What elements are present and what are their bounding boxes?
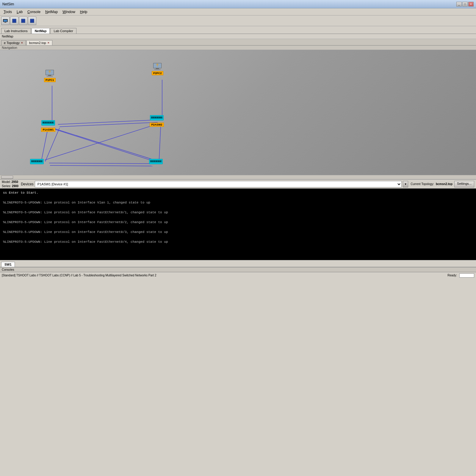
tab-lab-instructions[interactable]: Lab Instructions	[1, 28, 31, 34]
close-button[interactable]: ✕	[468, 2, 474, 7]
svg-rect-53	[160, 117, 162, 118]
netmap-tab-topology-close[interactable]: ✕	[21, 41, 23, 44]
settings-button[interactable]: Settings...	[454, 181, 474, 187]
svg-rect-5	[13, 18, 16, 19]
node-p1asw1-label: P1ASW1	[41, 128, 55, 132]
menu-window[interactable]: Window	[60, 9, 78, 15]
svg-rect-51	[157, 117, 158, 118]
node-sw4[interactable]	[149, 158, 163, 166]
toolbar-btn-1[interactable]	[1, 17, 10, 25]
toolbar-btn-4[interactable]	[28, 17, 36, 25]
svg-rect-70	[158, 161, 159, 162]
device-selector-arrow[interactable]: ▼	[403, 181, 408, 187]
svg-rect-49	[153, 117, 154, 118]
menu-bar: Tools Lab Console NetMap Window Help	[0, 8, 476, 15]
netmap-tab-topology[interactable]: e Topology ✕	[1, 40, 26, 45]
menu-help[interactable]: Help	[78, 9, 90, 15]
svg-point-28	[49, 71, 51, 73]
svg-rect-62	[40, 161, 42, 162]
console-line-4: %LINEPROTO-5-UPDOWN: Line protocol on In…	[3, 210, 473, 215]
svg-rect-44	[52, 122, 53, 123]
status-text: [Standard] TSHOOT Labs // TSHOOT Labs (C…	[2, 274, 447, 277]
svg-line-15	[60, 122, 158, 127]
svg-line-18	[42, 130, 48, 159]
svg-rect-42	[48, 122, 49, 123]
svg-rect-39	[43, 122, 44, 123]
svg-rect-33	[154, 69, 161, 70]
status-right: Ready:	[447, 273, 474, 278]
console-line-10: %LINEPROTO-5-UPDOWN: Line protocol on In…	[3, 239, 473, 245]
svg-rect-40	[45, 122, 46, 123]
scroll-thumb[interactable]	[1, 176, 13, 179]
all-consoles-row: Consoles	[0, 267, 476, 272]
node-p2asw2[interactable]: P2ASW2	[150, 114, 164, 127]
netmap-tab-bcmsn2-close[interactable]: ✕	[47, 41, 50, 44]
console-line-6: %LINEPROTO-5-UPDOWN: Line protocol on In…	[3, 220, 473, 225]
svg-rect-66	[151, 161, 152, 162]
svg-rect-32	[156, 68, 159, 69]
svg-rect-60	[37, 161, 38, 162]
scroll-bar[interactable]	[0, 175, 476, 179]
main-tab-row: Lab Instructions NetMap Lab Compiler	[0, 26, 476, 34]
svg-rect-2	[4, 22, 6, 23]
title-bar: NetSim _ □ ✕	[0, 0, 476, 8]
tab-lab-compiler[interactable]: Lab Compiler	[50, 28, 76, 34]
svg-rect-52	[159, 117, 160, 118]
menu-netmap[interactable]: NetMap	[43, 9, 60, 15]
status-bar: [Standard] TSHOOT Labs // TSHOOT Labs (C…	[0, 272, 476, 278]
device-info: Model: 2950 Series: 2900	[2, 180, 18, 188]
toolbar-btn-3[interactable]	[19, 17, 27, 25]
svg-line-23	[45, 128, 60, 162]
node-sw3[interactable]	[30, 158, 44, 166]
menu-tools[interactable]: Tools	[1, 9, 14, 15]
topology-info: Current Topology: bcmsn2.top Settings...	[411, 181, 474, 187]
svg-rect-11	[31, 18, 34, 19]
svg-rect-4	[12, 19, 16, 23]
console-prompt-line: ss Enter to Start.	[3, 190, 473, 195]
tab-netmap[interactable]: NetMap	[32, 28, 50, 34]
menu-lab[interactable]: Lab	[14, 9, 25, 15]
node-p1pc1[interactable]: P1PC1	[44, 69, 56, 82]
device-bar: Model: 2950 Series: 2900 Devices P1ASW1 …	[0, 179, 476, 189]
bottom-tab-sw1[interactable]: SW1	[1, 262, 15, 267]
title-bar-controls[interactable]: _ □ ✕	[456, 2, 474, 7]
svg-rect-71	[159, 161, 161, 162]
ready-label: Ready:	[447, 274, 457, 277]
console-area: ss Enter to Start. %LINEPROTO-5-UPDOWN: …	[0, 189, 476, 260]
svg-point-34	[156, 64, 159, 66]
svg-rect-69	[156, 161, 157, 162]
svg-rect-7	[21, 19, 25, 23]
maximize-button[interactable]: □	[462, 2, 468, 7]
svg-rect-27	[47, 76, 53, 77]
svg-rect-61	[39, 161, 40, 162]
netmap-tabs: e Topology ✕ bcmsn2.top ✕	[0, 39, 476, 46]
netmap-canvas[interactable]: P1PC1 P2PC2 P1ASW1	[0, 50, 476, 175]
node-p1pc1-label: P1PC1	[44, 78, 56, 82]
svg-line-16	[55, 129, 155, 160]
toolbar-btn-2[interactable]	[10, 17, 18, 25]
netmap-tab-bcmsn2[interactable]: bcmsn2.top ✕	[26, 40, 52, 45]
svg-line-19	[159, 127, 161, 159]
svg-rect-26	[48, 75, 51, 76]
console-line-7	[3, 225, 473, 230]
connections-svg	[0, 50, 476, 175]
svg-line-20	[49, 163, 152, 164]
svg-rect-41	[46, 122, 48, 123]
console-line-1	[3, 195, 473, 201]
svg-rect-58	[33, 161, 35, 162]
toolbar	[0, 15, 476, 26]
console-line-9	[3, 235, 473, 240]
section-label: NetMap	[0, 34, 476, 39]
svg-rect-1	[4, 20, 7, 22]
node-p2pc2-label: P2PC2	[152, 71, 163, 75]
node-p1asw1[interactable]: P1ASW1	[41, 119, 55, 132]
node-p2pc2[interactable]: P2PC2	[152, 62, 163, 75]
console-line-2: %LINEPROTO-5-UPDOWN: Line protocol on In…	[3, 200, 473, 205]
svg-rect-67	[152, 161, 154, 162]
svg-rect-57	[32, 161, 33, 162]
device-selector[interactable]: P1ASW1 [Device #1]	[35, 181, 402, 187]
minimize-button[interactable]: _	[456, 2, 462, 7]
menu-console[interactable]: Console	[25, 9, 43, 15]
node-p2asw2-label: P2ASW2	[150, 123, 164, 127]
svg-line-17	[45, 124, 156, 160]
